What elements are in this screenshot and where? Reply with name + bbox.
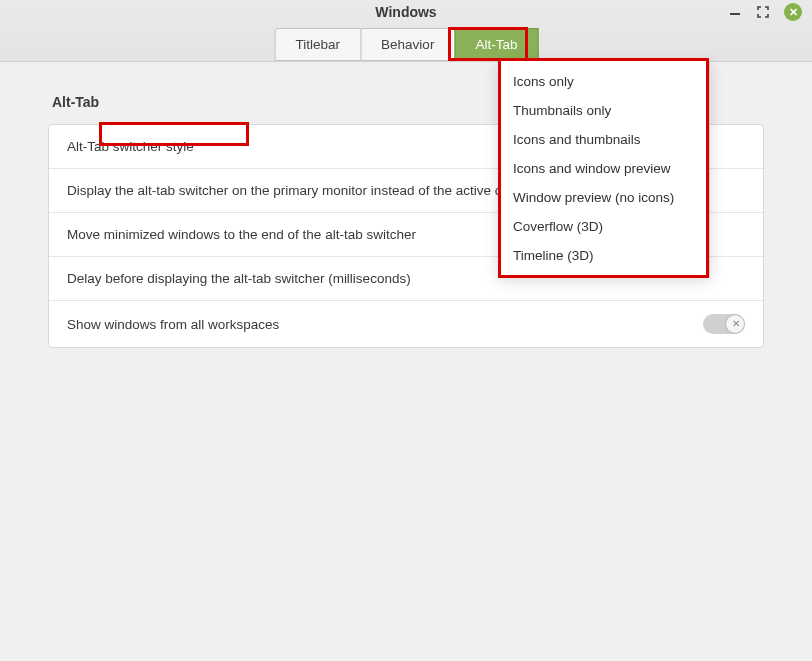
window-controls: ✕: [728, 3, 802, 21]
row-label-move-minimized: Move minimized windows to the end of the…: [67, 227, 416, 242]
row-label-delay: Delay before displaying the alt-tab swit…: [67, 271, 411, 286]
dropdown-item-icons-and-window-preview[interactable]: Icons and window preview: [499, 154, 709, 183]
dropdown-item-coverflow-3d[interactable]: Coverflow (3D): [499, 212, 709, 241]
close-button[interactable]: ✕: [784, 3, 802, 21]
tab-titlebar[interactable]: Titlebar: [275, 28, 362, 61]
toggle-off-icon: ✕: [732, 318, 740, 329]
dropdown-item-icons-and-thumbnails[interactable]: Icons and thumbnails: [499, 125, 709, 154]
maximize-icon: [757, 6, 769, 18]
tab-behavior[interactable]: Behavior: [360, 28, 455, 61]
row-label-all-workspaces: Show windows from all workspaces: [67, 317, 279, 332]
dropdown-item-icons-only[interactable]: Icons only: [499, 67, 709, 96]
dropdown-item-window-preview-no-icons[interactable]: Window preview (no icons): [499, 183, 709, 212]
toggle-all-workspaces[interactable]: ✕: [703, 314, 745, 334]
row-label-switcher-style: Alt-Tab switcher style: [67, 139, 194, 154]
minimize-icon: [730, 9, 740, 15]
minimize-button[interactable]: [728, 5, 742, 19]
close-icon: ✕: [789, 6, 798, 19]
dropdown-item-thumbnails-only[interactable]: Thumbnails only: [499, 96, 709, 125]
tab-alt-tab[interactable]: Alt-Tab: [454, 28, 538, 61]
maximize-button[interactable]: [756, 5, 770, 19]
switcher-style-dropdown: Icons only Thumbnails only Icons and thu…: [498, 60, 710, 277]
tab-bar: Titlebar Behavior Alt-Tab: [275, 28, 538, 61]
row-label-primary-monitor: Display the alt-tab switcher on the prim…: [67, 183, 517, 198]
window-title: Windows: [375, 4, 436, 20]
row-all-workspaces: Show windows from all workspaces ✕: [49, 301, 763, 347]
titlebar: Windows ✕ Titlebar Behavior Alt-Tab: [0, 0, 812, 62]
dropdown-item-timeline-3d[interactable]: Timeline (3D): [499, 241, 709, 270]
